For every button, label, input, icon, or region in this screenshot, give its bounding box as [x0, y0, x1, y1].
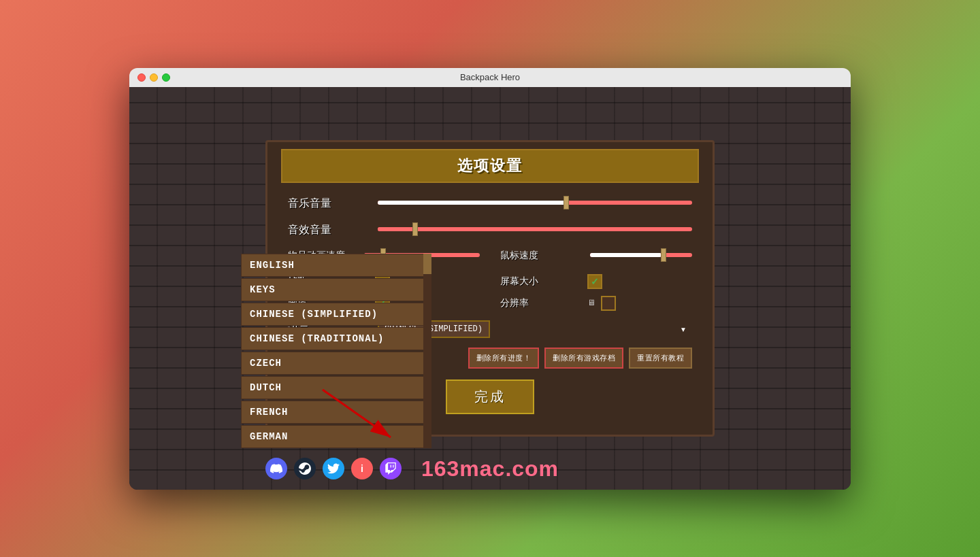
dropdown-scrollbar[interactable]: [423, 254, 431, 448]
twitter-icon[interactable]: [323, 458, 344, 479]
dropdown-item-english[interactable]: ENGLISH: [241, 254, 431, 277]
game-window: 选项设置 音乐音量 音效音量: [129, 87, 851, 490]
titlebar: Backpack Hero: [129, 68, 851, 87]
music-volume-row: 音乐音量: [288, 197, 692, 211]
language-dropdown: ENGLISH KEYS CHINESE (SIMPLIFIED) CHINES…: [241, 254, 435, 450]
close-button[interactable]: [137, 73, 146, 82]
settings-title-bar: 选项设置: [281, 149, 699, 183]
traffic-lights: [137, 73, 170, 82]
mouse-thumb[interactable]: [661, 248, 666, 262]
dropdown-item-french[interactable]: FRENCH: [241, 401, 431, 424]
dropdown-item-czech[interactable]: CZECH: [241, 352, 431, 375]
mouse-slider[interactable]: [590, 253, 692, 258]
dropdown-item-german[interactable]: GERMAN: [241, 425, 431, 448]
screen-label: 屏幕大小: [500, 275, 582, 288]
discord-icon[interactable]: [265, 458, 287, 479]
social-icons: i: [265, 458, 402, 479]
delete-saves-button[interactable]: 删除所有游戏存档: [544, 348, 623, 369]
music-label: 音乐音量: [288, 197, 370, 211]
screen-checkbox[interactable]: ✓: [587, 274, 602, 289]
sfx-slider[interactable]: [378, 227, 692, 233]
steam-icon[interactable]: [294, 458, 316, 479]
screen-size-row: 屏幕大小 ✓: [500, 274, 692, 289]
itch-logo: i: [361, 463, 363, 474]
resolution-checkbox[interactable]: [601, 296, 616, 311]
minimize-button[interactable]: [150, 73, 158, 82]
dropdown-scrollbar-thumb[interactable]: [423, 254, 431, 274]
dropdown-item-chinese-traditional[interactable]: CHINESE (TRADITIONAL): [241, 327, 431, 350]
dropdown-item-chinese-simplified[interactable]: CHINESE (SIMPLIFIED): [241, 303, 431, 326]
sfx-fill: [378, 227, 415, 231]
app-window: Backpack Hero 选项设置 音乐音量 音效音量: [129, 68, 851, 490]
sfx-track: [378, 227, 692, 231]
resolution-row: 分辨率 🖥: [500, 296, 692, 311]
maximize-button[interactable]: [162, 73, 170, 82]
window-title: Backpack Hero: [460, 72, 520, 82]
mouse-label: 鼠标速度: [500, 250, 582, 262]
dropdown-item-dutch[interactable]: DUTCH: [241, 376, 431, 399]
sfx-label: 音效音量: [288, 223, 370, 237]
music-slider[interactable]: [378, 201, 692, 206]
twitch-icon[interactable]: [380, 458, 402, 479]
music-fill: [378, 201, 566, 205]
resolution-label: 分辨率: [500, 297, 582, 309]
done-button[interactable]: 完成: [446, 379, 534, 414]
music-track: [378, 201, 692, 205]
settings-title: 选项设置: [457, 158, 523, 175]
mouse-track: [590, 253, 692, 257]
sfx-thumb[interactable]: [412, 222, 418, 236]
sfx-volume-row: 音效音量: [288, 223, 692, 237]
itch-icon[interactable]: i: [351, 458, 373, 479]
mouse-fill: [590, 253, 662, 257]
select-arrow-icon: ▼: [680, 325, 687, 333]
resolution-icon: 🖥: [587, 298, 595, 308]
delete-progress-button[interactable]: 删除所有进度！: [468, 348, 540, 369]
reset-tutorials-button[interactable]: 重置所有教程: [629, 348, 692, 369]
dropdown-item-keys[interactable]: KEYS: [241, 278, 431, 301]
music-thumb[interactable]: [564, 196, 569, 209]
watermark: 163mac.com: [421, 456, 559, 482]
